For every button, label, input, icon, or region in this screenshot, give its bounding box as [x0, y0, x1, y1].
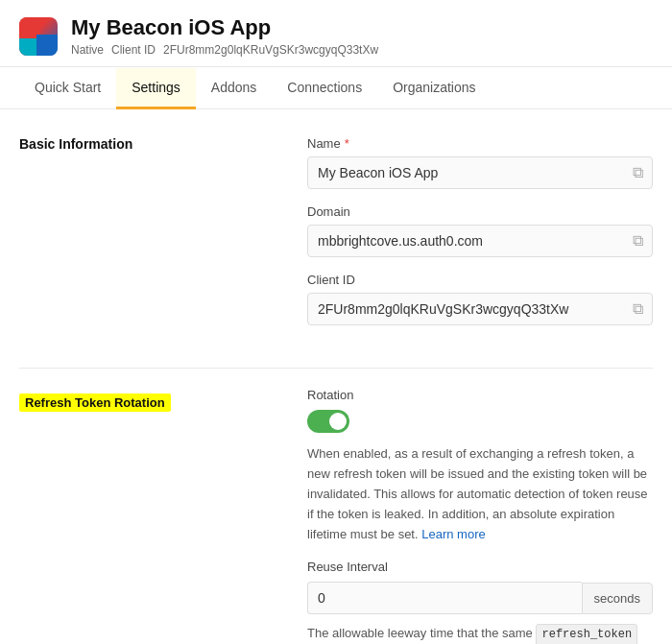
- app-logo: [19, 17, 58, 56]
- tab-addons[interactable]: Addons: [196, 68, 272, 109]
- basic-info-fields: Name * ⧉ Domain ⧉: [307, 136, 653, 341]
- app-title: My Beacon iOS App: [71, 15, 378, 40]
- toggle-slider: [307, 410, 349, 433]
- app-type: Native: [71, 43, 104, 57]
- refresh-token-code: refresh_token: [536, 624, 637, 644]
- name-copy-icon[interactable]: ⧉: [633, 164, 643, 181]
- name-required-star: *: [345, 136, 349, 151]
- rotation-description: When enabled, as a result of exchanging …: [307, 444, 653, 544]
- name-field-group: Name * ⧉: [307, 136, 653, 189]
- header-client-id-value: 2FUr8mm2g0lqKRuVgSKr3wcgyqQ33tXw: [163, 43, 378, 57]
- reuse-interval-group: Reuse Interval seconds The allowable lee…: [307, 560, 653, 644]
- app-subtitle: Native Client ID 2FUr8mm2g0lqKRuVgSKr3wc…: [71, 43, 378, 57]
- domain-field-label: Domain: [307, 204, 653, 219]
- client-id-input[interactable]: [307, 293, 653, 325]
- client-id-copy-icon[interactable]: ⧉: [633, 300, 643, 318]
- tab-connections[interactable]: Connections: [272, 68, 377, 109]
- section-divider: [19, 368, 653, 369]
- name-field-label: Name *: [307, 136, 653, 151]
- domain-input[interactable]: [307, 225, 653, 257]
- app-header: My Beacon iOS App Native Client ID 2FUr8…: [0, 0, 672, 67]
- rotation-right: Rotation When enabled, as a result of ex…: [307, 388, 653, 644]
- rotation-toggle[interactable]: [307, 410, 349, 433]
- nav-tabs: Quick Start Settings Addons Connections …: [0, 67, 672, 109]
- tab-organizations[interactable]: Organizations: [377, 68, 491, 109]
- rotation-left: Refresh Token Rotation: [19, 388, 288, 644]
- basic-info-label: Basic Information: [19, 136, 288, 341]
- refresh-token-section-title: Refresh Token Rotation: [19, 394, 171, 412]
- learn-more-link[interactable]: Learn more: [421, 527, 485, 541]
- name-input[interactable]: [307, 156, 653, 189]
- client-id-label: Client ID: [111, 43, 156, 57]
- domain-field-group: Domain ⧉: [307, 204, 653, 257]
- basic-info-title: Basic Information: [19, 136, 288, 152]
- tab-quick-start[interactable]: Quick Start: [19, 68, 116, 109]
- rotation-label: Rotation: [307, 388, 653, 402]
- reuse-interval-input[interactable]: [307, 582, 582, 614]
- name-input-wrapper: ⧉: [307, 156, 653, 189]
- basic-info-section: Basic Information Name * ⧉ Domain: [19, 136, 653, 341]
- reuse-description: The allowable leeway time that the same …: [307, 624, 653, 644]
- app-title-section: My Beacon iOS App Native Client ID 2FUr8…: [71, 15, 378, 57]
- domain-copy-icon[interactable]: ⧉: [633, 232, 643, 250]
- reuse-input-row: seconds: [307, 582, 653, 614]
- client-id-input-wrapper: ⧉: [307, 293, 653, 325]
- refresh-token-section: Refresh Token Rotation Rotation When ena…: [19, 388, 653, 644]
- client-id-field-label: Client ID: [307, 273, 653, 287]
- domain-input-wrapper: ⧉: [307, 225, 653, 257]
- reuse-unit: seconds: [582, 583, 653, 614]
- tab-settings[interactable]: Settings: [116, 68, 196, 109]
- toggle-wrapper: [307, 410, 653, 433]
- reuse-interval-label: Reuse Interval: [307, 560, 653, 574]
- page-content: Basic Information Name * ⧉ Domain: [0, 109, 672, 644]
- client-id-field-group: Client ID ⧉: [307, 273, 653, 325]
